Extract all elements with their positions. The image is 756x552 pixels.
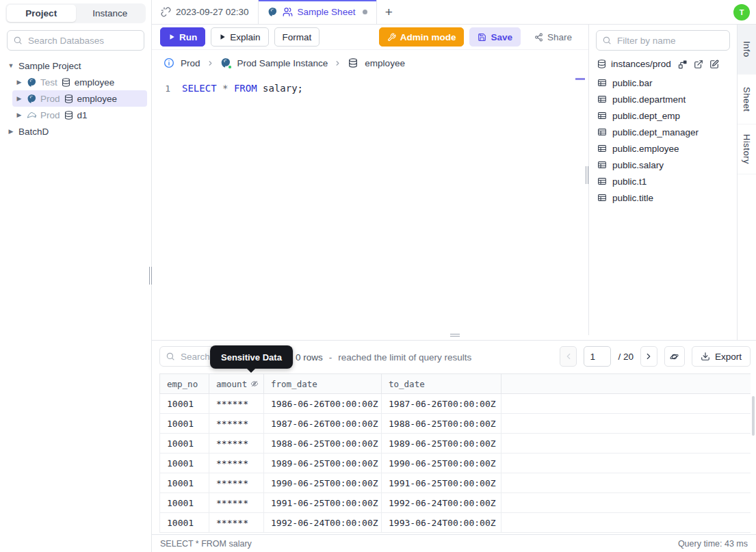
table-filter-input[interactable] <box>616 35 724 47</box>
tree-db-prod-employee[interactable]: ▶ Prod employee <box>12 90 147 107</box>
table-list-item[interactable]: public.bar <box>596 75 730 91</box>
tab-sheet[interactable]: Sheet <box>738 75 756 124</box>
table-list-item[interactable]: public.dept_manager <box>596 124 730 140</box>
column-header-amount[interactable]: amount <box>209 374 264 393</box>
sql-editor[interactable]: 1 SELECT * FROM salary; <box>152 76 588 340</box>
table-row[interactable]: 10001******1989-06-25T00:00:00Z1990-06-2… <box>159 454 751 473</box>
export-label: Export <box>715 352 742 362</box>
table-cell-filler <box>501 473 751 492</box>
database-search[interactable] <box>7 30 144 51</box>
table-cell-filler <box>501 493 751 512</box>
table-row[interactable]: 10001******1992-06-24T00:00:00Z1993-06-2… <box>159 513 751 533</box>
results-panel: Sensitive Data 0 rows - reached the limi… <box>152 340 756 552</box>
database-search-input[interactable] <box>27 35 138 47</box>
tree-project-batchd[interactable]: ▶ BatchD <box>4 123 147 140</box>
result-table-scrollbar[interactable] <box>752 396 755 436</box>
tab-project[interactable]: Project <box>7 5 76 22</box>
sheet-tab-active[interactable]: Sample Sheet <box>259 0 378 24</box>
caret-right-icon[interactable]: ▶ <box>15 95 23 102</box>
explain-button[interactable]: Explain <box>211 27 268 47</box>
save-button[interactable]: Save <box>469 27 521 47</box>
unsaved-dot <box>363 10 367 14</box>
tree-db-test-employee[interactable]: ▶ Test employee <box>12 74 147 90</box>
caret-down-icon[interactable]: ▼ <box>7 62 15 69</box>
run-button[interactable]: Run <box>160 27 205 47</box>
format-label: Format <box>283 32 312 42</box>
column-header-to-date[interactable]: to_date <box>382 374 501 393</box>
table-list-item[interactable]: public.employee <box>596 140 730 157</box>
table-cell: 10001 <box>160 473 209 492</box>
breadcrumb-instance[interactable]: Prod Sample Instance <box>237 58 328 68</box>
table-cell: 1992-06-24T00:00:00Z <box>264 513 382 532</box>
connection-row: instances/prod <box>597 59 729 69</box>
admin-mode-label: Admin mode <box>400 32 456 42</box>
table-list-item[interactable]: public.title <box>596 189 730 206</box>
new-sheet-button[interactable]: + <box>377 0 400 24</box>
format-button[interactable]: Format <box>274 27 320 47</box>
tree-project-sample[interactable]: ▼ Sample Project <box>4 57 147 74</box>
pagination: / 20 Export <box>560 346 751 367</box>
table-list-item[interactable]: public.dept_emp <box>596 107 730 124</box>
next-page-button[interactable] <box>640 346 657 367</box>
table-icon <box>597 78 607 88</box>
table-name: public.salary <box>612 160 664 170</box>
table-icon <box>597 193 607 202</box>
table-list-item[interactable]: public.t1 <box>596 173 730 189</box>
result-options-button[interactable] <box>664 346 685 367</box>
results-resize-handle[interactable] <box>450 334 460 337</box>
table-cell: 10001 <box>160 434 209 453</box>
table-row[interactable]: 10001******1990-06-25T00:00:00Z1991-06-2… <box>159 473 751 493</box>
search-icon <box>602 36 612 45</box>
schema-diagram-icon[interactable] <box>678 60 688 69</box>
database-icon <box>64 94 74 104</box>
tree-db-prod-d1[interactable]: ▶ Prod d1 <box>12 107 147 123</box>
line-number: 1 <box>152 82 182 95</box>
tree-project-label: Sample Project <box>18 61 81 71</box>
table-row[interactable]: 10001******1987-06-26T00:00:00Z1988-06-2… <box>159 414 751 434</box>
table-cell: 1991-06-25T00:00:00Z <box>264 493 382 512</box>
table-cell: ****** <box>209 473 264 492</box>
table-row[interactable]: 10001******1986-06-26T00:00:00Z1987-06-2… <box>159 394 751 414</box>
external-link-icon[interactable] <box>694 60 703 69</box>
connection-path[interactable]: instances/prod <box>611 59 671 69</box>
limit-note: reached the limit of query results <box>338 352 471 363</box>
admin-mode-button[interactable]: Admin mode <box>379 27 465 47</box>
page-number-input[interactable] <box>584 346 611 367</box>
tab-instance[interactable]: Instance <box>76 5 145 22</box>
postgres-icon <box>27 94 37 104</box>
separator: - <box>329 352 333 363</box>
prev-page-button[interactable] <box>560 346 577 367</box>
result-table-body: 10001******1986-06-26T00:00:00Z1987-06-2… <box>159 394 751 533</box>
column-header-from-date[interactable]: from_date <box>264 374 382 393</box>
tab-history[interactable]: History <box>738 124 756 174</box>
info-icon[interactable] <box>164 57 174 68</box>
tab-info[interactable]: Info <box>738 25 756 75</box>
caret-right-icon[interactable]: ▶ <box>15 111 23 118</box>
database-tree: ▼ Sample Project ▶ Test employee ▶ Prod … <box>0 57 151 140</box>
breadcrumb-environment[interactable]: Prod <box>181 58 200 68</box>
table-list-item[interactable]: public.salary <box>596 157 730 173</box>
sheet-tab-history[interactable]: 2023-09-27 02:30 <box>152 0 259 24</box>
table-row[interactable]: 10001******1991-06-25T00:00:00Z1992-06-2… <box>159 493 751 513</box>
tree-env-label: Prod <box>40 110 60 120</box>
export-button[interactable]: Export <box>692 346 751 367</box>
rows-info: 0 rows - reached the limit of query resu… <box>296 341 471 373</box>
right-panel-resize-handle[interactable] <box>586 166 588 184</box>
explain-label: Explain <box>230 32 260 42</box>
table-list-item[interactable]: public.department <box>596 91 730 107</box>
table-filter[interactable] <box>596 30 730 51</box>
table-name: public.dept_emp <box>612 111 680 121</box>
share-button[interactable]: Share <box>526 27 580 47</box>
table-row[interactable]: 10001******1988-06-25T00:00:00Z1989-06-2… <box>159 434 751 454</box>
table-name: public.title <box>612 193 653 203</box>
edit-icon[interactable] <box>709 60 719 69</box>
caret-right-icon[interactable]: ▶ <box>15 79 23 86</box>
eye-off-icon[interactable] <box>250 380 259 388</box>
sensitive-data-tooltip: Sensitive Data <box>210 345 293 369</box>
tree-env-label: Prod <box>40 94 60 104</box>
column-header-emp-no[interactable]: emp_no <box>160 374 209 393</box>
caret-right-icon[interactable]: ▶ <box>7 128 15 135</box>
table-icon <box>597 94 607 104</box>
avatar[interactable]: T <box>733 4 750 21</box>
breadcrumb-database[interactable]: employee <box>365 58 405 68</box>
